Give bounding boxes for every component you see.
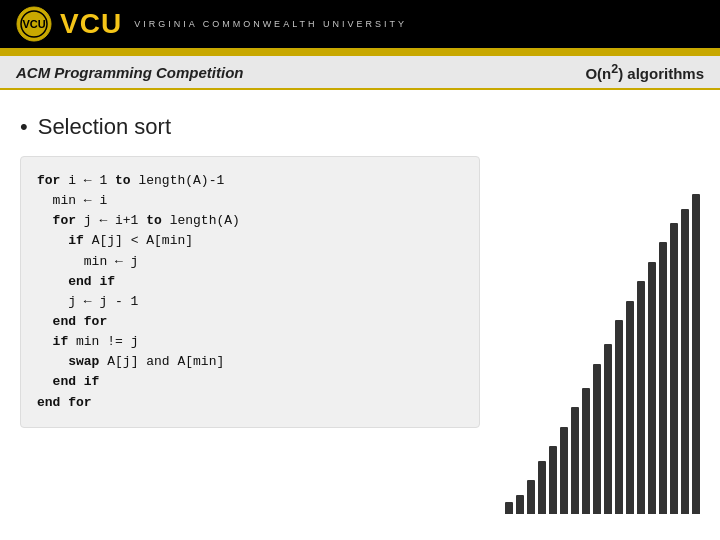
chart-bar <box>505 502 513 514</box>
kw-for2: for <box>53 213 76 228</box>
kw-for1: for <box>37 173 60 188</box>
kw-to2: to <box>146 213 162 228</box>
chart-bar <box>648 262 656 514</box>
kw-endfor1: end for <box>53 314 108 329</box>
bullet-text: Selection sort <box>38 114 171 140</box>
vcu-emblem-icon: VCU <box>16 6 52 42</box>
chart-bar <box>549 446 557 514</box>
bullet-selection-sort: • Selection sort <box>20 114 480 140</box>
vcu-short-name: VCU <box>60 8 122 40</box>
kw-endif1: end if <box>68 274 115 289</box>
chart-bar <box>593 364 601 514</box>
slide-topic: O(n2) algorithms <box>585 62 704 82</box>
left-panel: • Selection sort for i ← 1 to length(A)-… <box>20 114 480 524</box>
chart-bar <box>670 223 678 514</box>
bar-chart <box>505 174 700 514</box>
logo-group: VCU VCU VIRGINIA COMMONWEALTH UNIVERSITY <box>16 6 407 42</box>
chart-bar <box>659 242 667 514</box>
code-block: for i ← 1 to length(A)-1 min ← i for j ←… <box>20 156 480 428</box>
gold-divider <box>0 48 720 56</box>
kw-if1: if <box>68 233 84 248</box>
chart-bar <box>582 388 590 514</box>
bar-chart-panel <box>500 114 700 524</box>
chart-bar <box>692 194 700 514</box>
chart-bar <box>516 495 524 514</box>
chart-bar <box>626 301 634 514</box>
chart-bar <box>560 427 568 514</box>
vcu-full-name: VIRGINIA COMMONWEALTH UNIVERSITY <box>134 19 407 29</box>
chart-bar <box>615 320 623 514</box>
chart-bar <box>571 407 579 514</box>
svg-text:VCU: VCU <box>22 18 45 30</box>
kw-to1: to <box>115 173 131 188</box>
chart-bar <box>527 480 535 514</box>
chart-bar <box>604 344 612 514</box>
chart-bar <box>681 209 689 514</box>
kw-endif2: end if <box>53 374 100 389</box>
bullet-icon: • <box>20 114 28 140</box>
chart-bar <box>637 281 645 514</box>
title-bar: ACM Programming Competition O(n2) algori… <box>0 56 720 90</box>
kw-endfor2: end for <box>37 395 92 410</box>
main-content: • Selection sort for i ← 1 to length(A)-… <box>0 90 720 534</box>
header: VCU VCU VIRGINIA COMMONWEALTH UNIVERSITY <box>0 0 720 48</box>
chart-bar <box>538 461 546 514</box>
kw-swap: swap <box>68 354 99 369</box>
kw-if2: if <box>53 334 69 349</box>
competition-title: ACM Programming Competition <box>16 64 244 81</box>
